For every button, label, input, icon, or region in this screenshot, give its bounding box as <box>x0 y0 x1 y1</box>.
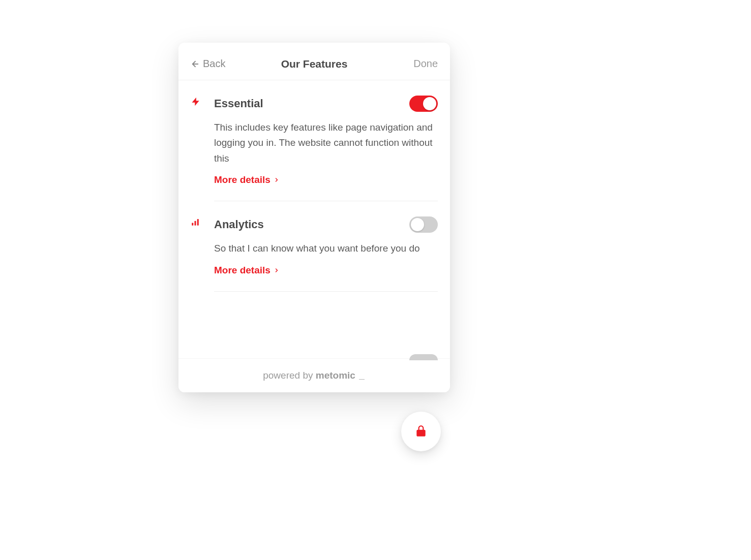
divider <box>214 291 438 292</box>
bolt-icon <box>191 100 201 108</box>
feature-essential: Essential This includes key features lik… <box>178 80 450 201</box>
partial-toggle <box>409 354 438 358</box>
more-details-button[interactable]: More details <box>214 174 280 185</box>
feature-title: Essential <box>214 97 263 110</box>
features-modal: Back Our Features Done Essential <box>178 43 450 392</box>
modal-footer: powered by metomic _ <box>178 358 450 392</box>
analytics-toggle[interactable] <box>409 216 438 233</box>
lock-icon <box>414 424 428 439</box>
done-button[interactable]: Done <box>413 58 438 70</box>
more-details-label: More details <box>214 265 271 276</box>
feature-analytics: Analytics So that I can know what you wa… <box>178 201 450 291</box>
powered-by-text: powered by metomic _ <box>263 370 366 381</box>
modal-title: Our Features <box>281 58 348 70</box>
powered-brand: metomic <box>316 370 355 381</box>
more-details-button[interactable]: More details <box>214 265 280 276</box>
feature-description: So that I can know what you want before … <box>214 241 438 256</box>
toggle-knob <box>411 218 424 231</box>
chevron-right-icon <box>274 265 280 276</box>
powered-suffix: _ <box>355 370 366 381</box>
back-button[interactable]: Back <box>191 58 225 70</box>
modal-body: Essential This includes key features lik… <box>178 80 450 358</box>
privacy-fab[interactable] <box>401 412 441 451</box>
svg-rect-3 <box>197 219 199 226</box>
chevron-right-icon <box>274 174 280 185</box>
more-details-label: More details <box>214 174 271 185</box>
toggle-knob <box>423 97 436 110</box>
feature-title: Analytics <box>214 218 264 231</box>
svg-rect-1 <box>192 223 193 226</box>
arrow-left-icon <box>191 59 200 69</box>
powered-prefix: powered by <box>263 370 316 381</box>
bar-chart-icon <box>191 220 200 228</box>
modal-header: Back Our Features Done <box>178 43 450 80</box>
svg-rect-2 <box>195 221 196 226</box>
essential-toggle[interactable] <box>409 96 438 112</box>
back-label: Back <box>203 58 225 70</box>
feature-description: This includes key features like page nav… <box>214 120 438 166</box>
